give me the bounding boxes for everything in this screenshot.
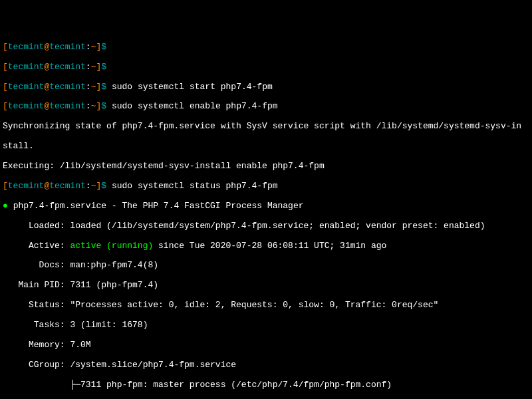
- service-header: ● php7.4-fpm.service - The PHP 7.4 FastC…: [3, 201, 529, 211]
- loaded-line: Loaded: loaded (/lib/systemd/system/php7…: [3, 221, 529, 231]
- pid-line: Main PID: 7311 (php-fpm7.4): [3, 281, 529, 291]
- prompt-line-2: [tecmint@tecmint:~]$: [3, 63, 529, 72]
- sync-output-3: Executing: /lib/systemd/systemd-sysv-ins…: [3, 162, 529, 172]
- command-status: [tecmint@tecmint:~]$ sudo systemctl stat…: [3, 182, 529, 192]
- status-dot-icon: ●: [3, 201, 8, 211]
- command-text: sudo systemctl status php7.4-fpm: [112, 181, 278, 191]
- command-start: [tecmint@tecmint:~]$ sudo systemctl star…: [3, 82, 529, 92]
- sync-output-1: Synchronizing state of php7.4-fpm.servic…: [3, 122, 529, 132]
- process-1: ├─7311 php-fpm: master process (/etc/php…: [3, 380, 529, 390]
- cgroup-line: CGroup: /system.slice/php7.4-fpm.service: [3, 360, 529, 370]
- sync-output-2: stall.: [3, 142, 529, 152]
- status-processes-line: Status: "Processes active: 0, idle: 2, R…: [3, 301, 529, 311]
- tasks-line: Tasks: 3 (limit: 1678): [3, 321, 529, 331]
- command-text: sudo systemctl start php7.4-fpm: [112, 82, 273, 92]
- prompt-line-1: [tecmint@tecmint:~]$: [3, 43, 529, 53]
- command-text: sudo systemctl enable php7.4-fpm: [112, 101, 278, 111]
- memory-line: Memory: 7.0M: [3, 340, 529, 350]
- active-line: Active: active (running) since Tue 2020-…: [3, 241, 529, 251]
- active-state: active (running): [70, 241, 153, 251]
- command-enable: [tecmint@tecmint:~]$ sudo systemctl enab…: [3, 102, 529, 112]
- docs-line: Docs: man:php-fpm7.4(8): [3, 261, 529, 271]
